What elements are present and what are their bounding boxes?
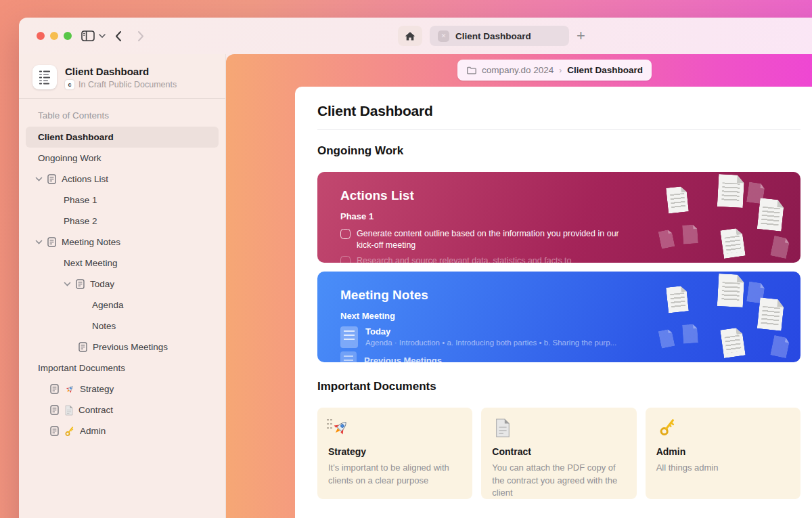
window-controls <box>37 32 72 40</box>
sidebar-doc-location: In Craft Public Documents <box>78 80 177 89</box>
chevron-down-icon[interactable] <box>64 282 71 286</box>
sidebar: Client Dashboard c In Craft Public Docum… <box>19 54 226 518</box>
todo-item[interactable]: Research and source relevant data, stati… <box>340 255 625 263</box>
toc-item-previous-meetings[interactable]: Previous Meetings <box>19 337 225 358</box>
tab-title: Client Dashboard <box>455 31 531 41</box>
toc-item-actions-list[interactable]: Actions List <box>19 169 225 190</box>
toc-heading: Table of Contents <box>19 99 225 125</box>
actions-card-title: Actions List <box>340 188 800 203</box>
new-tab-button[interactable]: + <box>577 28 585 43</box>
page-thumbnail-icon <box>340 351 357 362</box>
toc-item-agenda[interactable]: Agenda <box>19 295 225 316</box>
document-content: Client Dashboard Ongoinng Work <box>295 87 812 518</box>
tab-client-dashboard[interactable]: ✕ Client Dashboard <box>430 26 569 46</box>
toc-item-important-documents[interactable]: Important Documents <box>19 358 225 379</box>
page-icon <box>50 384 59 394</box>
chevron-down-icon[interactable] <box>35 177 43 181</box>
toc-item-notes[interactable]: Notes <box>19 316 225 337</box>
toc-item-admin[interactable]: Admin <box>19 420 225 441</box>
sidebar-toggle-icon[interactable] <box>81 18 95 54</box>
checkbox-icon[interactable] <box>340 256 351 263</box>
breadcrumb-parent[interactable]: company.do 2024 <box>482 65 554 75</box>
actions-card-subtitle: Phase 1 <box>340 211 800 221</box>
key-icon <box>64 426 75 437</box>
chevron-down-icon[interactable] <box>99 18 106 54</box>
titlebar: ✕ Client Dashboard + <box>19 18 812 54</box>
rocket-icon <box>330 418 461 438</box>
toc-item-contract[interactable]: Contract <box>19 400 225 420</box>
folder-icon <box>466 66 476 74</box>
page-icon <box>50 405 59 415</box>
page-icon <box>50 426 59 436</box>
toc-item-next-meeting[interactable]: Next Meeting <box>19 253 225 274</box>
document-thumbnail-icon <box>32 65 57 89</box>
home-button[interactable] <box>398 26 422 46</box>
forward-button[interactable] <box>138 18 144 54</box>
toc-item-client-dashboard[interactable]: Client Dashboard <box>26 127 219 148</box>
admin-card[interactable]: Admin All things admin <box>646 408 800 499</box>
strategy-card[interactable]: Strategy It's important to be aligned wi… <box>317 408 472 499</box>
page-icon <box>47 174 56 184</box>
zoom-window-button[interactable] <box>64 32 72 40</box>
toc-item-today[interactable]: Today <box>19 274 225 295</box>
craft-badge-icon: c <box>65 80 74 89</box>
home-icon <box>405 31 415 41</box>
page-facing-up-icon <box>494 418 625 438</box>
minimize-window-button[interactable] <box>50 32 58 40</box>
main-pane: company.do 2024 › Client Dashboard Clien… <box>226 54 812 518</box>
key-icon <box>658 418 790 438</box>
breadcrumb-separator: › <box>559 66 562 75</box>
table-of-contents: Client Dashboard Ongoinng Work Actions L… <box>19 125 225 441</box>
section-ongoing-work: Ongoinng Work <box>317 144 812 158</box>
document-header[interactable]: Client Dashboard c In Craft Public Docum… <box>19 54 225 98</box>
toc-item-phase-2[interactable]: Phase 2 <box>19 211 225 232</box>
section-important-documents: Important Documents <box>317 380 812 393</box>
toc-item-strategy[interactable]: Strategy <box>19 379 225 400</box>
page-icon <box>78 342 87 352</box>
toc-item-meeting-notes[interactable]: Meeting Notes <box>19 232 225 253</box>
chevron-down-icon[interactable] <box>35 240 43 244</box>
sidebar-doc-title: Client Dashboard <box>65 65 177 77</box>
meeting-card-title: Meeting Notes <box>340 288 800 303</box>
rocket-icon <box>64 384 75 395</box>
meeting-previous-item[interactable]: Previous Meetings <box>340 351 800 362</box>
page-facing-up-icon <box>64 405 74 416</box>
page-icon <box>76 279 85 289</box>
craft-app-window: ✕ Client Dashboard + Client Dashboard c … <box>19 18 812 518</box>
meeting-today-item[interactable]: Today Agenda · Introduction • a. Introdu… <box>340 326 800 348</box>
page-title: Client Dashboard <box>317 103 812 119</box>
page-icon <box>47 237 56 247</box>
toc-item-phase-1[interactable]: Phase 1 <box>19 190 225 211</box>
breadcrumb-current: Client Dashboard <box>567 65 643 75</box>
checkbox-icon[interactable] <box>340 229 351 239</box>
toc-item-ongoing-work[interactable]: Ongoinng Work <box>19 148 225 169</box>
actions-list-card[interactable]: Actions List Phase 1 Generate content ou… <box>317 172 800 263</box>
back-button[interactable] <box>115 18 121 54</box>
breadcrumb[interactable]: company.do 2024 › Client Dashboard <box>457 60 652 81</box>
page-thumbnail-icon <box>340 326 358 348</box>
meeting-notes-card[interactable]: Meeting Notes Next Meeting Today Agenda … <box>317 272 800 362</box>
todo-item[interactable]: Generate content outline based on the in… <box>340 228 625 251</box>
meeting-today-preview: Agenda · Introduction • a. Introducing b… <box>365 339 636 347</box>
divider <box>317 129 800 130</box>
tab-close-icon[interactable]: ✕ <box>438 30 449 42</box>
contract-card[interactable]: Contract You can attach the PDF copy of … <box>481 408 636 499</box>
document-cards: Strategy It's important to be aligned wi… <box>317 408 800 499</box>
meeting-card-subtitle: Next Meeting <box>340 311 800 321</box>
close-window-button[interactable] <box>37 32 45 40</box>
